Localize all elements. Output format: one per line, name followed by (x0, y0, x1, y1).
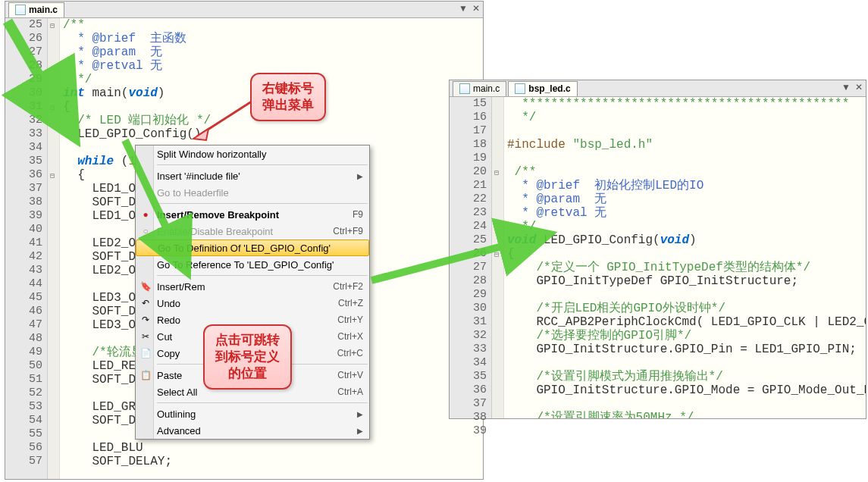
menu-label: Go To Definition Of 'LED_GPIO_Config' (158, 243, 362, 254)
menu-label: Insert/Rem (157, 281, 333, 293)
tab-label: main.c (29, 5, 58, 15)
menu-icon: ● (139, 208, 152, 221)
callout-right-click: 右键标号 弹出菜单 (250, 73, 326, 121)
tab-close-icon[interactable]: ✕ (855, 82, 863, 92)
tab-dropdown-icon[interactable]: ▼ (459, 3, 468, 14)
context-menu: Split Window horizontallyInsert '#includ… (135, 145, 370, 440)
callout-text: 弹出菜单 (262, 98, 314, 112)
menu-shortcut: Ctrl+F2 (333, 281, 363, 292)
menu-shortcut: F9 (353, 209, 363, 220)
callout-text: 的位置 (228, 366, 267, 380)
menu-label: Insert '#include file' (157, 171, 357, 182)
menu-shortcut: Ctrl+X (337, 331, 363, 342)
menu-icon: 📄 (139, 347, 152, 359)
right-gutter: 1516171819202122232425262728293031323334… (450, 97, 492, 418)
submenu-arrow-icon: ▶ (357, 427, 363, 435)
menu-item[interactable]: Go To Reference To 'LED_GPIO_Config' (136, 256, 369, 273)
menu-item[interactable]: Advanced▶ (136, 422, 369, 439)
menu-item: Go to Headerfile (136, 184, 369, 201)
menu-shortcut: Ctrl+F9 (333, 226, 363, 236)
right-tab-strip: main.c bsp_led.c ▼ ✕ (450, 80, 866, 97)
menu-item[interactable]: Outlining▶ (136, 405, 369, 422)
file-icon (15, 5, 26, 15)
right-code-area[interactable]: ****************************************… (504, 97, 866, 418)
callout-goto-def: 点击可跳转 到标号定义 的位置 (203, 324, 292, 390)
submenu-arrow-icon: ▶ (357, 410, 363, 418)
left-gutter: 2526272829303132333435363738394041424344… (5, 18, 48, 479)
tab-controls-right: ▼ ✕ (841, 82, 863, 92)
tab-label: bsp_led.c (528, 83, 570, 94)
callout-text: 点击可跳转 (215, 333, 280, 347)
menu-label: Advanced (157, 425, 357, 437)
submenu-arrow-icon: ▶ (357, 172, 363, 180)
tab-bsp-led-c[interactable]: bsp_led.c (508, 81, 577, 96)
menu-item: ○Enable/Disable BreakpointCtrl+F9 (136, 223, 369, 239)
menu-item[interactable]: ↶UndoCtrl+Z (136, 295, 369, 311)
file-icon (515, 83, 525, 94)
menu-item[interactable]: 🔖Insert/RemCtrl+F2 (136, 278, 369, 295)
menu-item[interactable]: Split Window horizontally (136, 146, 369, 162)
callout-text: 到标号定义 (215, 349, 280, 364)
tab-label: main.c (473, 83, 500, 94)
right-editor-body: 1516171819202122232425262728293031323334… (450, 97, 866, 418)
menu-shortcut: Ctrl+C (337, 348, 363, 358)
menu-label: Undo (157, 298, 338, 309)
menu-shortcut: Ctrl+A (337, 387, 363, 397)
menu-label: Outlining (157, 408, 357, 420)
menu-icon: ↶ (139, 297, 152, 309)
left-fold-column: ⊟⊟⊟ (48, 18, 60, 479)
menu-shortcut: Ctrl+V (337, 370, 363, 380)
menu-item[interactable]: Go To Definition Of 'LED_GPIO_Config' (136, 239, 369, 256)
tab-controls-left: ▼ ✕ (459, 3, 480, 14)
file-icon (459, 83, 470, 94)
menu-icon: 📋 (139, 369, 152, 381)
menu-item[interactable]: Insert '#include file'▶ (136, 167, 369, 184)
tab-main-c-left[interactable]: main.c (8, 2, 64, 17)
menu-icon: ↷ (139, 314, 152, 326)
menu-label: Go To Reference To 'LED_GPIO_Config' (157, 259, 363, 271)
menu-icon: ✂ (139, 330, 152, 343)
right-editor-pane: main.c bsp_led.c ▼ ✕ 1516171819202122232… (449, 80, 866, 419)
menu-shortcut: Ctrl+Y (337, 315, 363, 325)
right-fold-column: ⊟⊟ (492, 97, 504, 418)
tab-close-icon[interactable]: ✕ (472, 3, 480, 14)
menu-label: Split Window horizontally (157, 149, 363, 160)
menu-icon: ○ (139, 225, 152, 237)
tab-dropdown-icon[interactable]: ▼ (841, 82, 851, 92)
menu-label: Insert/Remove Breakpoint (157, 209, 353, 221)
menu-label: Go to Headerfile (157, 187, 363, 199)
left-tab-strip: main.c ▼ ✕ (5, 2, 483, 18)
tab-main-c-right[interactable]: main.c (453, 81, 506, 96)
menu-icon: 🔖 (139, 280, 152, 293)
callout-text: 右键标号 (262, 81, 314, 95)
menu-item[interactable]: ●Insert/Remove BreakpointF9 (136, 206, 369, 223)
menu-label: Enable/Disable Breakpoint (157, 226, 333, 237)
menu-shortcut: Ctrl+Z (338, 298, 363, 308)
